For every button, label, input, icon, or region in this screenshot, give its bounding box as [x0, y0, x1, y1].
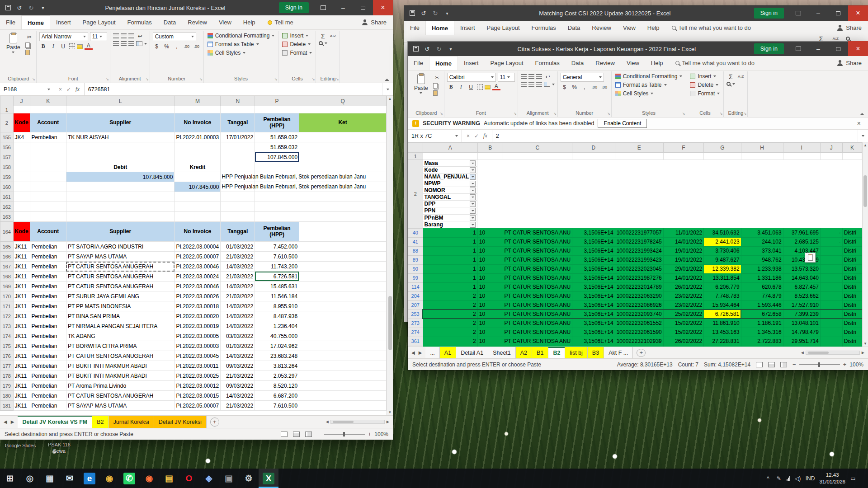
row-header[interactable]: 161: [0, 192, 14, 202]
cell[interactable]: 2: [423, 300, 477, 310]
collapse-ribbon-icon[interactable]: [385, 79, 389, 81]
ribbon-tab-view[interactable]: View: [213, 15, 237, 29]
horizontal-scrollbar[interactable]: ◀ ▶: [322, 416, 393, 428]
cell[interactable]: Kredit: [175, 162, 221, 172]
decrease-decimal-icon[interactable]: [193, 42, 201, 50]
cell[interactable]: 2.722.883: [741, 337, 783, 346]
cell[interactable]: [299, 351, 387, 361]
cell[interactable]: 100022231993424: [615, 246, 663, 255]
cell[interactable]: 3.813.264: [255, 361, 299, 371]
cell[interactable]: 21/03/2022: [221, 252, 255, 262]
cell[interactable]: PI.2022.03.00018: [175, 301, 221, 311]
font-color-icon[interactable]: [85, 43, 93, 50]
cell[interactable]: PT CATUR SENTOSA ANUGERAH: [66, 282, 175, 291]
cell[interactable]: 16.765.476: [704, 346, 741, 347]
cell[interactable]: [175, 192, 221, 202]
cell[interactable]: 3,1506E+14: [572, 264, 615, 273]
save-icon[interactable]: [410, 10, 415, 16]
cell[interactable]: 18.442.024: [783, 346, 820, 347]
minimize-button[interactable]: [808, 41, 828, 56]
row-header[interactable]: 168: [0, 272, 14, 282]
cancel-icon[interactable]: ×: [467, 133, 470, 139]
cell[interactable]: 2.053.297: [255, 371, 299, 381]
cell[interactable]: 3,1506E+14: [572, 300, 615, 310]
cell[interactable]: PI.2022.03.00011: [175, 361, 221, 371]
cell[interactable]: 3,1506E+14: [572, 346, 615, 347]
cell[interactable]: [820, 300, 842, 310]
cell[interactable]: PI.2022.03.00004: [175, 242, 221, 252]
ribbon-display-options-button[interactable]: [313, 0, 333, 15]
cell[interactable]: PT CATUR SENTOSA ANU: [503, 291, 572, 300]
borders-icon[interactable]: [69, 43, 75, 49]
cell[interactable]: [820, 264, 842, 273]
cell[interactable]: 37.961.695: [783, 228, 820, 237]
merge-dropdown-icon[interactable]: [144, 43, 147, 45]
cut-icon[interactable]: [433, 74, 441, 81]
align-center-icon[interactable]: [528, 82, 534, 87]
excel-window-jurnal-koreksi[interactable]: Penjelasan dan Rincian Jurnal Koreksi - …: [0, 0, 393, 440]
cell[interactable]: 09/03/2022: [221, 361, 255, 371]
cell[interactable]: 1: [423, 255, 477, 264]
minimize-button[interactable]: [333, 0, 353, 15]
cell[interactable]: [66, 192, 175, 202]
cell[interactable]: 19/01/2022: [663, 246, 703, 255]
excel-icon[interactable]: X: [259, 469, 278, 488]
cell[interactable]: [663, 153, 703, 160]
cell[interactable]: [221, 192, 255, 202]
cell[interactable]: TANGGAL: [423, 194, 478, 201]
dialog-launcher-icon[interactable]: [440, 112, 443, 116]
cell[interactable]: 107.845.000: [175, 182, 221, 192]
cell[interactable]: 1.233.938: [741, 264, 783, 273]
column-header-H[interactable]: H: [741, 143, 783, 153]
cell[interactable]: 1: [423, 264, 477, 273]
cell[interactable]: Pembelian: [30, 132, 66, 142]
share-button[interactable]: Share: [830, 24, 868, 31]
cell[interactable]: PT CATUR SENTOSA ANU: [503, 282, 572, 291]
cell[interactable]: 8.487.936: [255, 311, 299, 321]
cell[interactable]: JK11: [13, 351, 30, 361]
row-header[interactable]: 171: [0, 301, 14, 311]
cell[interactable]: 3,1506E+14: [572, 273, 615, 282]
cell[interactable]: [13, 182, 30, 192]
scroll-right-icon[interactable]: ▶: [387, 420, 389, 424]
maximize-button[interactable]: [828, 41, 848, 56]
cell[interactable]: [704, 153, 741, 160]
cell[interactable]: 3,1506E+14: [572, 328, 615, 337]
underline-icon[interactable]: [59, 42, 67, 50]
network-icon[interactable]: [787, 476, 790, 481]
cell[interactable]: 8.523.662: [783, 291, 820, 300]
row-header[interactable]: 175: [0, 341, 14, 351]
undo-icon[interactable]: [420, 10, 427, 16]
scroll-down-icon[interactable]: ▼: [388, 410, 392, 414]
cell[interactable]: 15.485.631: [255, 282, 299, 291]
cell[interactable]: 14/03/2022: [221, 351, 255, 361]
row-header[interactable]: 408: [408, 346, 423, 347]
scroll-up-icon[interactable]: ▲: [388, 97, 392, 101]
cell[interactable]: 2: [423, 319, 477, 328]
cell[interactable]: 10: [477, 337, 503, 346]
cell[interactable]: 14/03/2022: [221, 262, 255, 272]
row-header[interactable]: 174: [0, 331, 14, 341]
cell[interactable]: Supplier: [66, 113, 175, 132]
cell[interactable]: [299, 242, 387, 252]
cell[interactable]: 25/02/2022: [663, 310, 703, 319]
column-header-G[interactable]: G: [704, 143, 741, 153]
select-all-corner[interactable]: [408, 143, 423, 153]
cell[interactable]: Distri: [842, 282, 862, 291]
cell[interactable]: PT CATUR SENTOSA ANU: [503, 328, 572, 337]
minimize-button[interactable]: [808, 5, 828, 21]
row-header[interactable]: 167: [0, 262, 14, 272]
cell[interactable]: Kode: [13, 222, 30, 242]
cell[interactable]: 10: [477, 237, 503, 246]
ribbon-tab-file[interactable]: File: [404, 21, 425, 35]
cell[interactable]: PT CATUR SENTOSA ANUGERAH: [66, 351, 175, 361]
dialog-launcher-icon[interactable]: [106, 77, 109, 81]
sheet-prev-icon[interactable]: ◀: [4, 419, 7, 424]
row-header[interactable]: 114: [408, 282, 423, 291]
filter-dropdown-button[interactable]: [470, 222, 476, 228]
column-header-J[interactable]: J: [820, 143, 842, 153]
cell[interactable]: [299, 371, 387, 381]
cell[interactable]: [299, 222, 387, 242]
cell[interactable]: 1: [423, 237, 477, 246]
font-color-icon[interactable]: [492, 84, 500, 90]
